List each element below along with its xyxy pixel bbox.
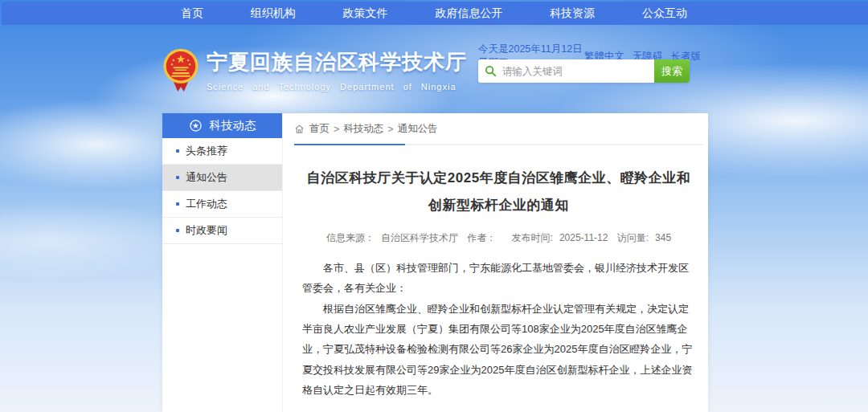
article-paragraph: 各市、县（区）科技管理部门，宁东能源化工基地管委会，银川经济技术开发区管委会，各… xyxy=(302,258,695,299)
national-emblem-icon xyxy=(162,48,199,93)
breadcrumb-divider xyxy=(294,144,703,145)
nav-items: 首页 组织机构 政策文件 政府信息公开 科技资源 公众互动 xyxy=(173,2,695,25)
main-content: 首页 > 科技动态 > 通知公告 自治区科技厅 xyxy=(283,113,708,412)
meta-author-label: 作者： xyxy=(467,232,496,243)
sidebar-menu-item[interactable]: 头条推荐 xyxy=(162,138,282,165)
top-navigation-bar: 首页 组织机构 政策文件 政府信息公开 科技资源 公众互动 xyxy=(2,2,868,25)
breadcrumb-separator: > xyxy=(334,124,339,135)
search-icon xyxy=(485,65,497,77)
sidebar-menu-item[interactable]: 时政要闻 xyxy=(162,218,282,244)
article-meta: 信息来源：自治区科学技术厅 作者： 发布时间:2025-11-12 访问量:34… xyxy=(302,231,695,245)
article: 自治区科技厅关于认定2025年度自治区雏鹰企业、瞪羚企业和创新型标杆企业的通知 … xyxy=(294,165,703,412)
bullet-icon xyxy=(176,176,179,179)
brand-text: 宁夏回族自治区科学技术厅 Science and Technology Depa… xyxy=(207,48,467,92)
site-subtitle: Science and Technology Department of Nin… xyxy=(207,82,467,92)
sidebar-title: 科技动态 xyxy=(210,118,256,133)
search-input[interactable] xyxy=(478,59,654,83)
search-bar: 搜索 xyxy=(478,59,690,83)
sidebar-header: 科技动态 xyxy=(162,113,282,138)
sidebar-menu-item[interactable]: 工作动态 xyxy=(162,191,282,218)
bullet-icon xyxy=(176,202,179,206)
sidebar: 科技动态 头条推荐 通知公告 工作动态 xyxy=(162,113,283,412)
meta-source: 自治区科学技术厅 xyxy=(381,232,458,243)
breadcrumb-divider-accent xyxy=(294,144,405,145)
nav-item[interactable]: 公众互动 xyxy=(634,2,695,25)
site-brand: 宁夏回族自治区科学技术厅 Science and Technology Depa… xyxy=(162,48,467,93)
article-title: 自治区科技厅关于认定2025年度自治区雏鹰企业、瞪羚企业和创新型标杆企业的通知 xyxy=(307,165,691,219)
meta-views: 345 xyxy=(655,232,671,243)
sidebar-menu-item[interactable]: 通知公告 xyxy=(162,165,282,191)
nav-item[interactable]: 政策文件 xyxy=(335,2,396,25)
breadcrumb-item[interactable]: 通知公告 xyxy=(398,122,438,136)
breadcrumb-separator: > xyxy=(387,124,393,135)
breadcrumb-label: 首页 xyxy=(309,122,330,136)
search-button[interactable]: 搜索 xyxy=(654,59,690,83)
nav-item[interactable]: 首页 xyxy=(173,2,211,25)
nav-item[interactable]: 政府信息公开 xyxy=(427,2,510,25)
site-title: 宁夏回族自治区科学技术厅 xyxy=(207,48,467,76)
star-circle-icon xyxy=(189,119,203,133)
article-body: 各市、县（区）科技管理部门，宁东能源化工基地管委会，银川经济技术开发区管委会，各… xyxy=(302,258,695,400)
breadcrumb: 首页 > 科技动态 > 通知公告 xyxy=(294,122,703,136)
breadcrumb-label: 科技动态 xyxy=(343,122,383,136)
sidebar-item-label: 时政要闻 xyxy=(186,223,227,238)
nav-item[interactable]: 组织机构 xyxy=(243,2,304,25)
content-wrapper: 科技动态 头条推荐 通知公告 工作动态 xyxy=(162,113,708,412)
breadcrumb-item[interactable]: 科技动态 > xyxy=(343,122,393,136)
bullet-icon xyxy=(176,229,179,232)
meta-time-label: 发布时间: xyxy=(512,232,553,243)
sidebar-item-label: 工作动态 xyxy=(186,197,227,211)
sidebar-menu: 头条推荐 通知公告 工作动态 时政要闻 xyxy=(162,138,282,244)
sidebar-item-label: 通知公告 xyxy=(186,170,227,185)
meta-time: 2025-11-12 xyxy=(559,232,608,243)
meta-source-label: 信息来源： xyxy=(326,232,375,243)
home-icon xyxy=(294,124,305,134)
breadcrumb-item[interactable]: 首页 > xyxy=(309,122,339,136)
nav-item[interactable]: 科技资源 xyxy=(542,2,603,25)
meta-views-label: 访问量: xyxy=(617,232,649,243)
sidebar-item-label: 头条推荐 xyxy=(186,144,227,158)
bullet-icon xyxy=(176,149,179,153)
breadcrumb-items: 首页 > 科技动态 > 通知公告 xyxy=(309,122,438,136)
breadcrumb-label: 通知公告 xyxy=(398,122,438,136)
article-paragraph: 根据自治区雏鹰企业、瞪羚企业和创新型标杆企业认定管理有关规定，决定认定半亩良人农… xyxy=(302,299,695,401)
